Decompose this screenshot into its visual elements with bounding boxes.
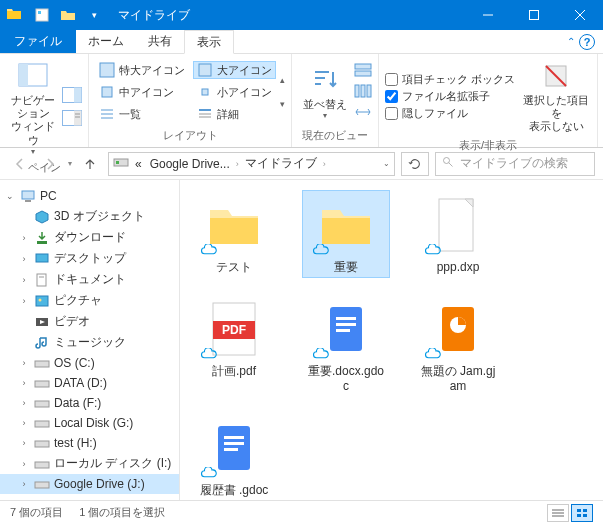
nav-up-button[interactable] [78, 152, 102, 176]
sort-button[interactable]: 並べ替え ▾ [298, 62, 352, 122]
tree-os-c[interactable]: ›OS (C:) [0, 353, 179, 373]
checkbox-hidden-files[interactable]: 隠しファイル [385, 106, 515, 121]
layout-list[interactable]: 一覧 [95, 106, 189, 122]
help-button[interactable]: ? [579, 34, 595, 50]
svg-rect-16 [102, 87, 112, 97]
3dobjects-icon [34, 209, 50, 225]
view-details-button[interactable] [547, 504, 569, 522]
videos-icon [34, 314, 50, 330]
checkbox-item-checkboxes[interactable]: 項目チェック ボックス [385, 72, 515, 87]
tree-3d-objects[interactable]: 3D オブジェクト [0, 206, 179, 227]
pictures-icon [34, 293, 50, 309]
svg-rect-78 [577, 514, 581, 517]
breadcrumb-seg2[interactable]: マイドライブ [243, 155, 319, 172]
checkbox-hidden-input[interactable] [385, 107, 398, 120]
ribbon-collapse-icon[interactable]: ⌃ [567, 36, 575, 47]
nav-forward-button[interactable] [38, 152, 62, 176]
expand-icon[interactable]: › [18, 296, 30, 306]
navigation-tree[interactable]: ⌄PC 3D オブジェクト ›ダウンロード ›デスクトップ ›ドキュメント ›ピ… [0, 180, 180, 500]
minimize-button[interactable] [465, 0, 511, 30]
tab-file[interactable]: ファイル [0, 30, 76, 53]
layout-large-icons[interactable]: 大アイコン [193, 61, 276, 79]
nav-history-dropdown[interactable]: ▾ [68, 159, 72, 168]
expand-icon[interactable]: › [18, 254, 30, 264]
view-icons-button[interactable] [571, 504, 593, 522]
breadcrumb-prefix: « [133, 157, 144, 171]
qat-properties-icon[interactable] [30, 3, 54, 27]
tree-gdrive-j[interactable]: ›Google Drive (J:) [0, 474, 179, 494]
qat-newfolder-icon[interactable] [56, 3, 80, 27]
navigation-pane-button[interactable]: ナビゲーション ウィンドウ ▾ [6, 58, 60, 158]
hide-selected-button[interactable]: 選択した項目を 表示しない [521, 58, 591, 136]
search-placeholder: マイドライブの検索 [460, 155, 568, 172]
file-item[interactable]: ppp.dxp [414, 190, 502, 278]
checkbox-extensions-input[interactable] [385, 90, 398, 103]
layout-scroll-down-icon[interactable]: ▾ [280, 99, 285, 109]
layout-small-icons[interactable]: 小アイコン [193, 84, 276, 100]
expand-icon[interactable]: › [18, 233, 30, 243]
nav-back-button[interactable] [8, 152, 32, 176]
close-button[interactable] [557, 0, 603, 30]
file-icon [310, 298, 382, 360]
maximize-button[interactable] [511, 0, 557, 30]
expand-icon[interactable]: › [18, 438, 30, 448]
tree-pc[interactable]: ⌄PC [0, 186, 179, 206]
file-item[interactable]: 重要.docx.gdoc [302, 294, 390, 397]
tree-desktop[interactable]: ›デスクトップ [0, 248, 179, 269]
checkbox-itemcheckboxes-input[interactable] [385, 73, 398, 86]
tree-downloads[interactable]: ›ダウンロード [0, 227, 179, 248]
content-area[interactable]: テスト重要ppp.dxpPDF計画.pdf重要.docx.gdoc無題の Jam… [180, 180, 603, 500]
file-item[interactable]: 無題の Jam.gjam [414, 294, 502, 397]
preview-pane-icon[interactable] [62, 87, 82, 106]
file-label: 重要 [334, 260, 358, 274]
ribbon-tabs: ファイル ホーム 共有 表示 ⌃ ? [0, 30, 603, 54]
address-dropdown[interactable]: ⌄ [383, 159, 390, 168]
expand-icon[interactable]: › [18, 459, 30, 469]
tree-videos[interactable]: ビデオ [0, 311, 179, 332]
tab-share[interactable]: 共有 [136, 30, 184, 53]
tab-home[interactable]: ホーム [76, 30, 136, 53]
details-pane-icon[interactable] [62, 110, 82, 129]
qat-dropdown-icon[interactable]: ▾ [82, 3, 106, 27]
expand-icon[interactable]: › [18, 358, 30, 368]
file-item[interactable]: テスト [190, 190, 278, 278]
ribbon-group-options: オプション ▾ [598, 54, 603, 147]
tree-local-i[interactable]: ›ローカル ディスク (I:) [0, 453, 179, 474]
expand-icon[interactable]: › [18, 479, 30, 489]
folder-icon [6, 6, 22, 25]
tree-data-d[interactable]: ›DATA (D:) [0, 373, 179, 393]
tree-pictures[interactable]: ›ピクチャ [0, 290, 179, 311]
file-item[interactable]: PDF計画.pdf [190, 294, 278, 397]
layout-details[interactable]: 詳細 [193, 106, 276, 122]
expand-icon[interactable]: ⌄ [4, 191, 16, 201]
svg-rect-54 [35, 441, 49, 447]
checkbox-file-extensions[interactable]: ファイル名拡張子 [385, 89, 515, 104]
tree-data-f[interactable]: ›Data (F:) [0, 393, 179, 413]
tree-music[interactable]: ミュージック [0, 332, 179, 353]
file-item[interactable]: 重要 [302, 190, 390, 278]
chevron-right-icon[interactable]: › [323, 159, 326, 169]
file-icon [310, 194, 382, 256]
tree-local-g[interactable]: ›Local Disk (G:) [0, 413, 179, 433]
svg-rect-7 [19, 64, 28, 86]
address-bar[interactable]: « Google Drive... › マイドライブ › ⌄ [108, 152, 395, 176]
tree-documents[interactable]: ›ドキュメント [0, 269, 179, 290]
search-box[interactable]: マイドライブの検索 [435, 152, 595, 176]
expand-icon[interactable]: › [18, 275, 30, 285]
tab-view[interactable]: 表示 [184, 30, 234, 54]
chevron-right-icon[interactable]: › [236, 159, 239, 169]
groupby-icon[interactable] [354, 63, 372, 80]
ribbon-right: ⌃ ? [567, 30, 603, 53]
layout-extra-large-icons[interactable]: 特大アイコン [95, 62, 189, 78]
breadcrumb-seg1[interactable]: Google Drive... [148, 157, 232, 171]
refresh-button[interactable] [401, 152, 429, 176]
sizecolumns-icon[interactable] [354, 105, 372, 122]
expand-icon[interactable]: › [18, 398, 30, 408]
expand-icon[interactable]: › [18, 418, 30, 428]
layout-scroll-up-icon[interactable]: ▴ [280, 75, 285, 85]
tree-test-h[interactable]: ›test (H:) [0, 433, 179, 453]
layout-medium-icons[interactable]: 中アイコン [95, 84, 189, 100]
file-item[interactable]: 履歴書 .gdoc [190, 413, 278, 500]
addcolumns-icon[interactable] [354, 84, 372, 101]
expand-icon[interactable]: › [18, 378, 30, 388]
